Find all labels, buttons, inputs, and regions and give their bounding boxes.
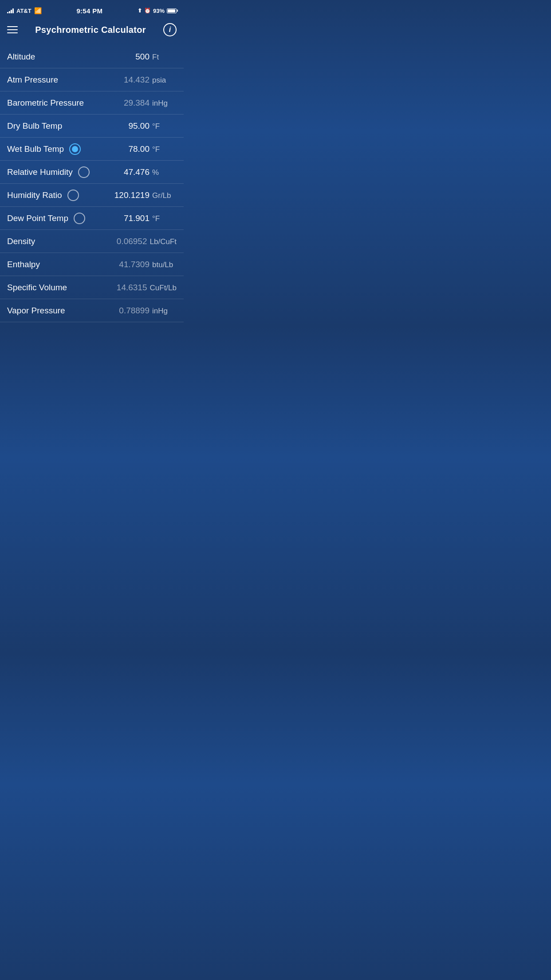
row-relative-humidity[interactable]: Relative Humidity47.476% [0,161,184,184]
row-altitude[interactable]: Altitude500Ft [0,45,184,68]
value-wrap-enthalpy: 41.7309btu/Lb [119,260,177,269]
unit-dew-point-temp: °F [152,214,177,223]
row-barometric-pressure: Barometric Pressure29.384inHg [0,91,184,115]
row-density: Density0.06952Lb/CuFt [0,230,184,253]
unit-density: Lb/CuFt [150,237,177,246]
info-button[interactable]: i [163,23,177,36]
value-dew-point-temp: 71.901 [124,213,150,223]
radio-wet-bulb-temp[interactable] [69,143,81,155]
unit-humidity-ratio: Gr/Lb [152,191,177,200]
label-wet-bulb-temp: Wet Bulb Temp [7,144,64,154]
label-dry-bulb-temp: Dry Bulb Temp [7,121,62,131]
unit-enthalpy: btu/Lb [152,261,177,269]
value-wrap-humidity-ratio: 120.1219Gr/Lb [114,190,177,200]
unit-atm-pressure: psia [152,76,177,85]
row-dry-bulb-temp[interactable]: Dry Bulb Temp95.00°F [0,115,184,138]
value-wrap-dry-bulb-temp: 95.00°F [128,121,177,131]
label-barometric-pressure: Barometric Pressure [7,98,84,108]
value-vapor-pressure: 0.78899 [119,306,150,316]
status-right: ⬆ ⏰ 93% [138,8,177,14]
value-wrap-dew-point-temp: 71.901°F [124,213,177,223]
value-dry-bulb-temp[interactable]: 95.00 [128,121,150,131]
value-enthalpy: 41.7309 [119,260,150,269]
unit-relative-humidity: % [152,168,177,177]
wifi-icon: 📶 [34,7,42,14]
main-content: Altitude500FtAtm Pressure14.432psiaBarom… [0,42,184,326]
label-altitude: Altitude [7,52,35,62]
label-dew-point-temp: Dew Point Temp [7,213,68,223]
carrier-label: AT&T [16,8,31,14]
label-relative-humidity: Relative Humidity [7,167,73,177]
alarm-icon: ⏰ [144,8,151,14]
value-wet-bulb-temp[interactable]: 78.00 [128,144,150,154]
value-humidity-ratio: 120.1219 [114,190,150,200]
label-enthalpy: Enthalpy [7,260,40,269]
status-left: AT&T 📶 [7,7,42,14]
value-wrap-barometric-pressure: 29.384inHg [124,98,177,108]
value-wrap-wet-bulb-temp: 78.00°F [128,144,177,154]
value-altitude[interactable]: 500 [135,52,150,62]
nav-bar: Psychrometric Calculator i [0,20,184,42]
label-humidity-ratio: Humidity Ratio [7,190,62,200]
status-bar: AT&T 📶 9:54 PM ⬆ ⏰ 93% [0,0,184,20]
row-enthalpy: Enthalpy41.7309btu/Lb [0,253,184,276]
battery-percent: 93% [153,8,165,14]
menu-button[interactable] [7,26,18,33]
value-wrap-relative-humidity: 47.476% [124,167,177,177]
unit-wet-bulb-temp: °F [152,145,177,154]
value-specific-volume: 14.6315 [117,283,147,292]
signal-icon [7,8,14,13]
battery-icon [167,8,177,13]
unit-vapor-pressure: inHg [152,307,177,316]
row-specific-volume: Specific Volume14.6315CuFt/Lb [0,276,184,299]
row-atm-pressure: Atm Pressure14.432psia [0,68,184,91]
row-vapor-pressure: Vapor Pressure0.78899inHg [0,299,184,322]
value-density: 0.06952 [117,237,147,246]
page-title: Psychrometric Calculator [35,25,146,35]
location-icon: ⬆ [138,8,142,14]
value-barometric-pressure: 29.384 [124,98,150,108]
unit-altitude: Ft [152,53,177,62]
label-atm-pressure: Atm Pressure [7,75,58,85]
value-wrap-specific-volume: 14.6315CuFt/Lb [117,283,177,292]
radio-dew-point-temp[interactable] [74,213,85,224]
value-relative-humidity: 47.476 [124,167,150,177]
value-wrap-altitude: 500Ft [135,52,177,62]
row-dew-point-temp[interactable]: Dew Point Temp71.901°F [0,207,184,230]
unit-specific-volume: CuFt/Lb [150,284,177,292]
status-time: 9:54 PM [76,7,102,15]
row-humidity-ratio[interactable]: Humidity Ratio120.1219Gr/Lb [0,184,184,207]
label-specific-volume: Specific Volume [7,283,67,292]
value-wrap-atm-pressure: 14.432psia [124,75,177,85]
value-atm-pressure: 14.432 [124,75,150,85]
radio-relative-humidity[interactable] [78,166,90,178]
row-wet-bulb-temp[interactable]: Wet Bulb Temp78.00°F [0,138,184,161]
unit-dry-bulb-temp: °F [152,122,177,131]
label-vapor-pressure: Vapor Pressure [7,306,65,316]
value-wrap-density: 0.06952Lb/CuFt [117,237,177,246]
value-wrap-vapor-pressure: 0.78899inHg [119,306,177,316]
radio-humidity-ratio[interactable] [67,190,79,201]
unit-barometric-pressure: inHg [152,99,177,108]
label-density: Density [7,237,35,246]
